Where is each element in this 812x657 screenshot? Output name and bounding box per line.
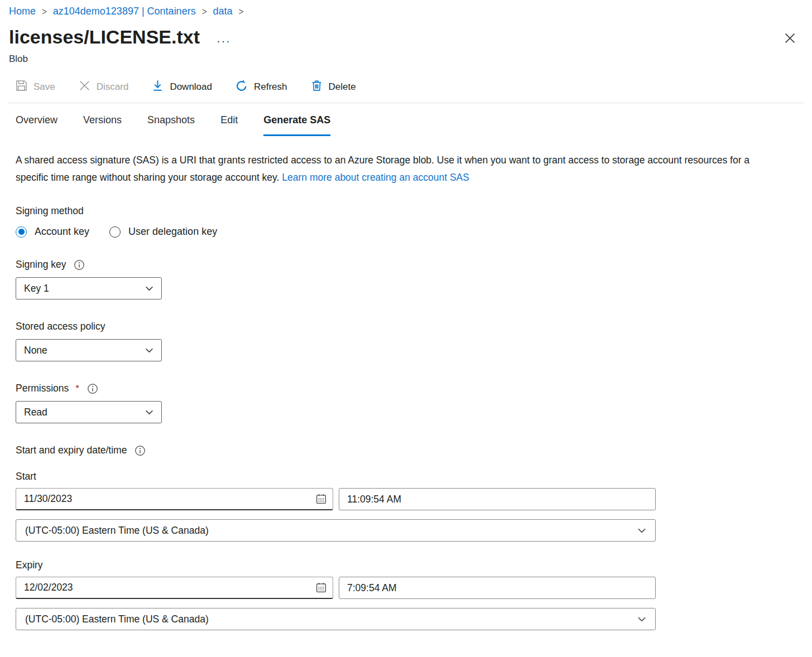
expiry-date-input[interactable]	[16, 582, 313, 593]
radio-account-key[interactable]: Account key	[16, 226, 89, 238]
start-date-field	[16, 488, 333, 510]
stored-access-policy-label: Stored access policy	[16, 321, 105, 332]
signing-key-label: Signing key	[16, 259, 66, 270]
refresh-label: Refresh	[254, 81, 287, 93]
save-button[interactable]: Save	[16, 80, 55, 94]
radio-user-delegation-key[interactable]: User delegation key	[109, 226, 217, 238]
more-commands-icon[interactable]: ···	[217, 35, 231, 46]
discard-icon	[79, 80, 90, 94]
start-expiry-section-label: Start and expiry date/time	[16, 445, 127, 456]
download-icon	[152, 80, 164, 94]
start-date-input[interactable]	[16, 493, 313, 505]
start-label: Start	[16, 471, 812, 482]
calendar-icon[interactable]	[313, 493, 333, 505]
chevron-down-icon	[145, 345, 153, 356]
breadcrumb-link-storage-account[interactable]: az104demo123897 | Containers	[53, 6, 196, 17]
info-icon[interactable]	[87, 383, 98, 394]
calendar-icon[interactable]	[313, 582, 333, 593]
breadcrumb-link-container[interactable]: data	[213, 6, 232, 17]
signing-method-radio-group: Account key User delegation key	[16, 226, 812, 238]
chevron-down-icon	[637, 525, 646, 537]
download-button[interactable]: Download	[152, 80, 212, 94]
save-icon	[16, 80, 27, 94]
info-icon[interactable]	[74, 259, 85, 270]
tab-bar: Overview Versions Snapshots Edit Generat…	[0, 103, 812, 136]
tab-generate-sas[interactable]: Generate SAS	[263, 114, 330, 136]
signing-method-label: Signing method	[16, 205, 812, 217]
chevron-down-icon	[145, 407, 153, 418]
close-icon[interactable]	[781, 30, 799, 49]
page-title: licenses/LICENSE.txt	[9, 26, 200, 48]
tab-versions[interactable]: Versions	[83, 114, 122, 136]
radio-account-key-label: Account key	[35, 226, 89, 238]
discard-label: Discard	[97, 81, 129, 93]
breadcrumb: Home > az104demo123897 | Containers > da…	[0, 0, 812, 17]
chevron-right-icon: >	[238, 6, 243, 17]
chevron-right-icon: >	[202, 6, 207, 17]
expiry-time-input[interactable]	[339, 582, 655, 594]
discard-button[interactable]: Discard	[79, 80, 129, 94]
start-time-field	[339, 488, 656, 510]
refresh-button[interactable]: Refresh	[236, 80, 287, 95]
sas-description: A shared access signature (SAS) is a URI…	[0, 136, 792, 186]
radio-user-delegation-key-label: User delegation key	[128, 226, 217, 238]
page-subtitle: Blob	[0, 49, 812, 65]
chevron-down-icon	[637, 613, 646, 625]
expiry-label: Expiry	[16, 559, 812, 571]
expiry-timezone-value: (UTC-05:00) Eastern Time (US & Canada)	[25, 613, 209, 625]
chevron-right-icon: >	[42, 6, 47, 17]
generate-sas-form: Signing method Account key User delegati…	[0, 205, 812, 630]
permissions-dropdown[interactable]: Read	[16, 401, 162, 423]
delete-icon	[311, 80, 323, 94]
radio-selected-icon	[16, 226, 27, 238]
start-time-input[interactable]	[339, 494, 655, 505]
learn-more-link[interactable]: Learn more about creating an account SAS	[282, 172, 469, 183]
required-asterisk: *	[75, 383, 79, 394]
expiry-timezone-dropdown[interactable]: (UTC-05:00) Eastern Time (US & Canada)	[16, 608, 656, 630]
permissions-value: Read	[24, 407, 47, 418]
info-icon[interactable]	[134, 445, 146, 456]
delete-button[interactable]: Delete	[311, 80, 356, 94]
command-bar: Save Discard Download Refresh	[0, 65, 812, 94]
delete-label: Delete	[329, 81, 356, 93]
download-label: Download	[170, 81, 212, 93]
tab-edit[interactable]: Edit	[220, 114, 238, 136]
breadcrumb-link-home[interactable]: Home	[9, 6, 36, 17]
save-label: Save	[33, 81, 55, 93]
page-header: licenses/LICENSE.txt ···	[0, 17, 812, 49]
start-timezone-value: (UTC-05:00) Eastern Time (US & Canada)	[25, 525, 209, 537]
chevron-down-icon	[145, 283, 153, 294]
refresh-icon	[236, 80, 248, 95]
signing-key-dropdown[interactable]: Key 1	[16, 277, 162, 299]
signing-key-value: Key 1	[24, 283, 49, 294]
expiry-date-field	[16, 577, 333, 599]
radio-unselected-icon	[109, 226, 121, 238]
stored-access-policy-value: None	[24, 345, 47, 356]
expiry-time-field	[339, 577, 656, 599]
start-timezone-dropdown[interactable]: (UTC-05:00) Eastern Time (US & Canada)	[16, 519, 656, 542]
tab-snapshots[interactable]: Snapshots	[147, 114, 195, 136]
tab-overview[interactable]: Overview	[16, 114, 57, 136]
permissions-label: Permissions	[16, 383, 69, 394]
stored-access-policy-dropdown[interactable]: None	[16, 339, 162, 361]
